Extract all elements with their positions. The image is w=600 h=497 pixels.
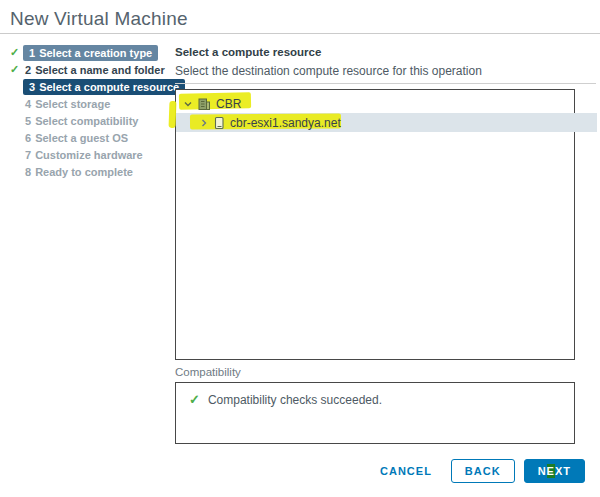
step-8-ready-to-complete: ✓ 8Ready to complete [10,163,175,180]
step-6-label: 6Select a guest OS [23,132,128,144]
page-title: New Virtual Machine [10,8,188,30]
host-icon [213,116,225,130]
compatibility-section-label: Compatibility [175,366,241,378]
title-divider [0,33,600,34]
tree-row-datacenter-cbr[interactable]: CBR [176,94,581,113]
step-5-select-compatibility: ✓ 5Select compatibility [10,112,175,129]
chevron-right-icon[interactable] [199,118,209,128]
compatibility-message: Compatibility checks succeeded. [208,393,382,407]
compatibility-box: ✓ Compatibility checks succeeded. [175,382,575,444]
step-2-select-name-folder[interactable]: ✓ 2Select a name and folder [10,61,175,78]
tree-node-label: CBR [216,97,241,111]
new-vm-wizard-dialog: New Virtual Machine ✓ 1Select a creation… [0,0,600,497]
heading-divider [175,83,596,84]
wizard-steps-sidebar: ✓ 1Select a creation type ✓ 2Select a na… [10,44,175,180]
tree-node-label: cbr-esxi1.sandya.net [230,116,341,130]
datacenter-icon [197,97,211,111]
step-3-badge-current: 3Select a compute resource [23,79,185,95]
step-complete-check-icon: ✓ [10,46,23,59]
next-button[interactable]: NEXT [524,459,585,483]
step-5-label: 5Select compatibility [23,115,138,127]
step-heading: Select a compute resource [175,46,321,58]
step-subheading: Select the destination compute resource … [175,64,482,78]
step-1-badge: 1Select a creation type [23,45,158,61]
step-6-select-guest-os: ✓ 6Select a guest OS [10,129,175,146]
compatibility-status-row: ✓ Compatibility checks succeeded. [176,383,574,407]
cancel-button[interactable]: CANCEL [378,459,434,483]
step-8-label: 8Ready to complete [23,166,133,178]
check-icon: ✓ [189,394,200,406]
step-4-select-storage: ✓ 4Select storage [10,95,175,112]
yellow-highlight-annotation [169,101,177,128]
compute-resource-tree[interactable]: CBR cbr-esxi1.sandya.net [175,89,575,360]
wizard-footer: CANCEL BACK NEXT [378,459,585,483]
step-1-select-creation-type[interactable]: ✓ 1Select a creation type [10,44,175,61]
step-7-label: 7Customize hardware [23,149,143,161]
step-7-customize-hardware: ✓ 7Customize hardware [10,146,175,163]
step-complete-check-icon: ✓ [10,63,23,76]
step-2-label: 2Select a name and folder [23,64,165,76]
text-cursor-artifact: E [547,464,555,478]
tree-row-host-cbr-esxi1[interactable]: cbr-esxi1.sandya.net [176,113,597,132]
step-3-select-compute-resource[interactable]: ✓ 3Select a compute resource [10,78,175,95]
step-4-label: 4Select storage [23,98,110,110]
chevron-down-icon[interactable] [183,99,193,109]
back-button[interactable]: BACK [451,459,515,483]
